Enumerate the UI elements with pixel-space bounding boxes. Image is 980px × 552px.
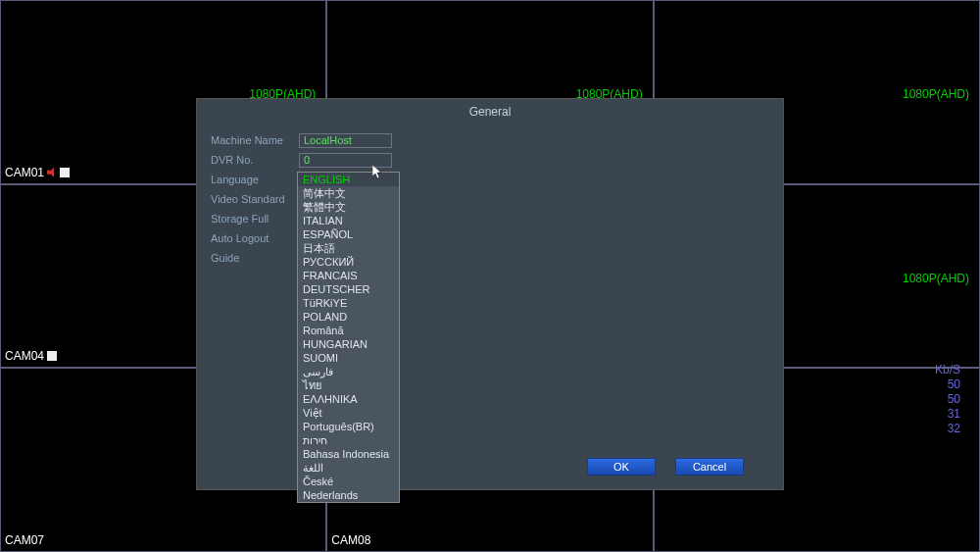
resolution-label: 1080P(AHD) — [903, 87, 969, 101]
language-option[interactable]: Bahasa Indonesia — [298, 447, 399, 461]
language-dropdown[interactable]: ENGLISH简体中文繁體中文ITALIANESPAÑOL日本語РУССКИЙF… — [297, 172, 400, 503]
label-language: Language — [211, 174, 299, 185]
machine-name-input[interactable] — [299, 133, 392, 148]
language-option[interactable]: 日本語 — [298, 241, 399, 255]
stats-header: Kb/S — [935, 363, 960, 377]
camera-label: CAM04 — [5, 349, 57, 363]
label-guide: Guide — [211, 252, 299, 264]
language-option[interactable]: اللغة — [298, 461, 399, 475]
language-option[interactable]: ESPAÑOL — [298, 227, 399, 241]
language-option[interactable]: České — [298, 475, 399, 488]
stats-value: 31 — [935, 407, 960, 422]
plus-icon — [60, 168, 70, 177]
language-option[interactable]: FRANCAIS — [298, 269, 399, 282]
language-option[interactable]: POLAND — [298, 310, 399, 324]
plus-icon — [47, 351, 57, 361]
speaker-icon — [47, 168, 57, 177]
language-option[interactable]: ไทย — [298, 378, 399, 392]
dvr-no-input[interactable] — [299, 153, 392, 168]
language-option[interactable]: SUOMI — [298, 351, 399, 365]
language-option[interactable]: DEUTSCHER — [298, 282, 399, 296]
resolution-label: 1080P(AHD) — [903, 272, 969, 285]
language-option[interactable]: HUNGARIAN — [298, 337, 399, 351]
stats-value: 50 — [935, 377, 960, 392]
label-machine-name: Machine Name — [211, 134, 299, 146]
label-auto-logout: Auto Logout — [211, 232, 299, 244]
language-option[interactable]: فارسی — [298, 365, 399, 378]
language-option[interactable]: Nederlands — [298, 488, 399, 502]
language-option[interactable]: 繁體中文 — [298, 200, 399, 214]
camera-label: CAM08 — [331, 533, 370, 547]
language-option[interactable]: РУССКИЙ — [298, 255, 399, 269]
language-option[interactable]: Română — [298, 324, 399, 337]
language-option[interactable]: ITALIAN — [298, 214, 399, 227]
stats-value: 32 — [935, 422, 960, 436]
label-dvr-no: DVR No. — [211, 154, 299, 166]
camera-label: CAM07 — [5, 533, 44, 547]
settings-form: Machine Name DVR No. Language ENGLISH ▾ … — [197, 128, 783, 274]
language-option[interactable]: Português(BR) — [298, 420, 399, 433]
language-option[interactable]: ENGLISH — [298, 173, 399, 186]
camera-name: CAM07 — [5, 533, 44, 547]
label-video-standard: Video Standard — [211, 193, 299, 205]
language-option[interactable]: 简体中文 — [298, 186, 399, 200]
language-option[interactable]: ΕΛΛΗΝΙΚΑ — [298, 392, 399, 406]
language-option[interactable]: Việt — [298, 406, 399, 420]
stats-value: 50 — [935, 392, 960, 407]
camera-name: CAM01 — [5, 166, 44, 179]
bandwidth-stats: Kb/S 50 50 31 32 — [935, 363, 960, 436]
language-option[interactable]: TüRKiYE — [298, 296, 399, 310]
general-settings-dialog: General Machine Name DVR No. Language EN… — [196, 98, 784, 490]
camera-name: CAM08 — [331, 533, 370, 547]
label-storage-full: Storage Full — [211, 213, 299, 225]
dialog-title: General — [197, 99, 783, 128]
camera-label: CAM01 — [5, 166, 70, 179]
language-option[interactable]: חירות — [298, 433, 399, 447]
cancel-button[interactable]: Cancel — [675, 458, 744, 476]
camera-name: CAM04 — [5, 349, 44, 363]
ok-button[interactable]: OK — [587, 458, 656, 476]
